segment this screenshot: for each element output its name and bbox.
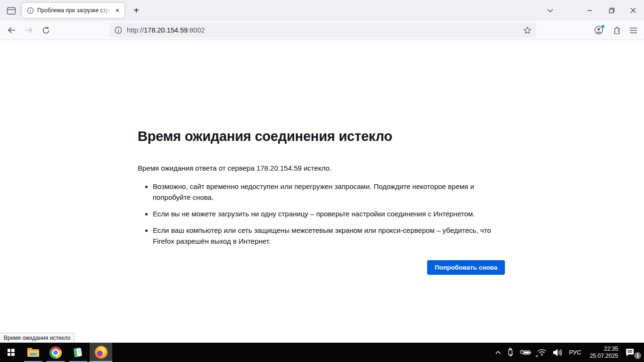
tab-close-icon[interactable]: ✕ [113,6,122,15]
site-info-icon[interactable] [115,26,122,34]
reload-icon[interactable] [39,24,53,37]
minimize-button[interactable] [579,0,601,21]
account-icon[interactable] [592,24,606,37]
info-icon [27,7,34,14]
url-port: :8002 [188,26,205,34]
tray-wifi-icon[interactable]: ✳ [534,343,550,362]
url-scheme: http:// [127,26,144,34]
notification-badge: 1 [634,352,641,359]
browser-tab[interactable]: Проблема при загрузке стран ✕ [22,3,124,18]
firefox-icon [95,346,107,359]
tray-volume-icon[interactable] [550,343,565,362]
close-window-button[interactable] [622,0,644,21]
url-text: http://178.20.154.59:8002 [127,26,205,34]
tray-clock[interactable]: 22:35 25.07.2025 [586,343,622,362]
forward-icon [22,24,36,37]
error-description: Время ожидания ответа от сервера 178.20.… [138,163,505,173]
error-hints-list: Возможно, сайт временно недоступен или п… [138,181,505,247]
restore-button[interactable] [601,0,622,21]
chrome-icon [50,346,62,359]
list-tabs-chevron-down-icon[interactable] [544,4,557,16]
tray-time: 22:35 [604,346,618,353]
action-center-icon[interactable]: 1 [622,343,641,362]
system-tray: ✳ РУС 22:35 25.07.2025 1 [492,343,644,362]
url-host: 178.20.154.59 [144,26,188,34]
tray-usb-icon[interactable] [504,343,517,362]
button-row: Попробовать снова [138,260,505,275]
start-button[interactable] [0,343,22,362]
windows-logo-icon [8,349,15,356]
notepad-icon [72,346,84,358]
url-bar[interactable]: http://178.20.154.59:8002 [110,23,536,38]
wifi-asterisk: ✳ [536,354,538,358]
tab-title: Проблема при загрузке стран [37,7,112,14]
extensions-puzzle-icon[interactable] [610,24,624,37]
window-controls [579,0,644,21]
bookmark-star-icon[interactable] [521,24,533,36]
retry-button[interactable]: Попробовать снова [427,260,505,275]
firefox-view-icon[interactable] [4,5,18,17]
status-tooltip: Время ожидания истекло [0,333,74,343]
taskbar: ✳ РУС 22:35 25.07.2025 1 [0,343,644,362]
page-content: Время ожидания соединения истекло Время … [0,40,644,343]
new-tab-button[interactable]: + [129,4,143,17]
tabbar-separator [20,6,20,15]
navigation-toolbar: http://178.20.154.59:8002 [0,21,644,40]
tray-date: 25.07.2025 [590,353,618,360]
tray-battery-icon[interactable] [517,343,534,362]
taskbar-item-notepad[interactable] [67,343,90,362]
tray-chevron-up-icon[interactable] [492,343,504,362]
browser-titlebar: Проблема при загрузке стран ✕ + [0,0,644,21]
menu-hamburger-icon[interactable] [626,24,640,37]
taskbar-item-chrome[interactable] [44,343,67,362]
list-item: Если вы не можете загрузить ни одну стра… [153,208,493,219]
page-title: Время ожидания соединения истекло [138,127,505,145]
list-item: Если ваш компьютер или сеть защищены меж… [153,225,493,247]
error-container: Время ожидания соединения истекло Время … [138,127,505,275]
back-icon[interactable] [5,24,19,37]
list-item: Возможно, сайт временно недоступен или п… [153,181,493,203]
account-notification-dot [601,25,605,28]
taskbar-item-firefox-active[interactable] [90,343,112,362]
file-explorer-icon [27,347,40,358]
tray-language-indicator[interactable]: РУС [565,343,586,362]
taskbar-item-explorer[interactable] [22,343,44,362]
